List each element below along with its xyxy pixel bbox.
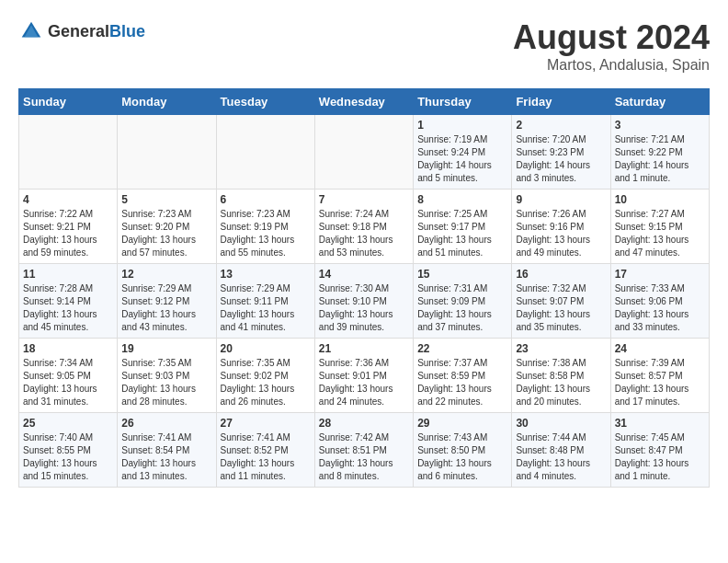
logo-text: GeneralBlue <box>48 22 145 41</box>
day-info: Sunrise: 7:29 AM Sunset: 9:11 PM Dayligh… <box>221 282 311 334</box>
day-cell: 2Sunrise: 7:20 AM Sunset: 9:23 PM Daylig… <box>512 115 610 190</box>
weekday-header-monday: Monday <box>118 89 216 115</box>
day-cell <box>118 115 216 190</box>
day-cell: 19Sunrise: 7:35 AM Sunset: 9:03 PM Dayli… <box>118 339 216 413</box>
day-number: 27 <box>221 417 311 430</box>
day-cell: 4Sunrise: 7:22 AM Sunset: 9:21 PM Daylig… <box>19 190 118 264</box>
day-info: Sunrise: 7:35 AM Sunset: 9:03 PM Dayligh… <box>121 357 211 408</box>
day-number: 26 <box>121 417 211 430</box>
day-cell: 3Sunrise: 7:21 AM Sunset: 9:22 PM Daylig… <box>610 115 709 190</box>
day-info: Sunrise: 7:24 AM Sunset: 9:18 PM Dayligh… <box>319 208 409 259</box>
day-cell: 12Sunrise: 7:29 AM Sunset: 9:12 PM Dayli… <box>118 264 216 339</box>
day-number: 13 <box>221 268 311 281</box>
day-cell: 30Sunrise: 7:44 AM Sunset: 8:48 PM Dayli… <box>512 413 610 488</box>
day-number: 8 <box>417 193 507 206</box>
day-info: Sunrise: 7:38 AM Sunset: 8:58 PM Dayligh… <box>516 357 606 408</box>
day-info: Sunrise: 7:30 AM Sunset: 9:10 PM Dayligh… <box>319 282 409 334</box>
day-info: Sunrise: 7:25 AM Sunset: 9:17 PM Dayligh… <box>417 208 507 259</box>
day-info: Sunrise: 7:45 AM Sunset: 8:47 PM Dayligh… <box>615 431 705 483</box>
logo: GeneralBlue <box>18 18 145 44</box>
day-number: 31 <box>615 417 705 430</box>
logo-blue: Blue <box>109 22 145 40</box>
weekday-header-thursday: Thursday <box>414 89 512 115</box>
day-info: Sunrise: 7:35 AM Sunset: 9:02 PM Dayligh… <box>221 357 311 408</box>
day-number: 23 <box>516 342 606 355</box>
day-cell: 18Sunrise: 7:34 AM Sunset: 9:05 PM Dayli… <box>19 339 118 413</box>
day-cell: 13Sunrise: 7:29 AM Sunset: 9:11 PM Dayli… <box>216 264 314 339</box>
weekday-header-wednesday: Wednesday <box>314 89 413 115</box>
day-number: 20 <box>221 342 311 355</box>
weekday-header-tuesday: Tuesday <box>216 89 314 115</box>
day-info: Sunrise: 7:32 AM Sunset: 9:07 PM Dayligh… <box>516 282 606 334</box>
day-cell: 20Sunrise: 7:35 AM Sunset: 9:02 PM Dayli… <box>216 339 314 413</box>
day-cell: 16Sunrise: 7:32 AM Sunset: 9:07 PM Dayli… <box>512 264 610 339</box>
calendar-table: SundayMondayTuesdayWednesdayThursdayFrid… <box>18 88 710 488</box>
day-cell <box>314 115 413 190</box>
day-cell: 26Sunrise: 7:41 AM Sunset: 8:54 PM Dayli… <box>118 413 216 488</box>
day-number: 30 <box>516 417 606 430</box>
day-info: Sunrise: 7:34 AM Sunset: 9:05 PM Dayligh… <box>23 357 113 408</box>
day-number: 5 <box>121 193 211 206</box>
day-cell: 5Sunrise: 7:23 AM Sunset: 9:20 PM Daylig… <box>118 190 216 264</box>
weekday-header-sunday: Sunday <box>19 89 118 115</box>
day-info: Sunrise: 7:23 AM Sunset: 9:20 PM Dayligh… <box>121 208 211 259</box>
day-number: 17 <box>615 268 705 281</box>
day-info: Sunrise: 7:37 AM Sunset: 8:59 PM Dayligh… <box>417 357 507 408</box>
day-cell <box>216 115 314 190</box>
week-row-3: 11Sunrise: 7:28 AM Sunset: 9:14 PM Dayli… <box>19 264 710 339</box>
day-info: Sunrise: 7:27 AM Sunset: 9:15 PM Dayligh… <box>615 208 705 259</box>
day-info: Sunrise: 7:21 AM Sunset: 9:22 PM Dayligh… <box>615 133 705 185</box>
weekday-header-friday: Friday <box>512 89 610 115</box>
day-number: 10 <box>615 193 705 206</box>
day-cell: 1Sunrise: 7:19 AM Sunset: 9:24 PM Daylig… <box>414 115 512 190</box>
day-number: 16 <box>516 268 606 281</box>
day-number: 15 <box>417 268 507 281</box>
day-number: 14 <box>319 268 409 281</box>
day-info: Sunrise: 7:28 AM Sunset: 9:14 PM Dayligh… <box>23 282 113 334</box>
day-number: 11 <box>23 268 113 281</box>
day-number: 9 <box>516 193 606 206</box>
day-info: Sunrise: 7:19 AM Sunset: 9:24 PM Dayligh… <box>417 133 507 185</box>
day-cell: 8Sunrise: 7:25 AM Sunset: 9:17 PM Daylig… <box>414 190 512 264</box>
day-info: Sunrise: 7:40 AM Sunset: 8:55 PM Dayligh… <box>23 431 113 483</box>
day-info: Sunrise: 7:33 AM Sunset: 9:06 PM Dayligh… <box>615 282 705 334</box>
day-cell <box>19 115 118 190</box>
day-info: Sunrise: 7:42 AM Sunset: 8:51 PM Dayligh… <box>319 431 409 483</box>
day-cell: 6Sunrise: 7:23 AM Sunset: 9:19 PM Daylig… <box>216 190 314 264</box>
day-number: 12 <box>121 268 211 281</box>
day-cell: 31Sunrise: 7:45 AM Sunset: 8:47 PM Dayli… <box>610 413 709 488</box>
day-number: 2 <box>516 119 606 132</box>
week-row-5: 25Sunrise: 7:40 AM Sunset: 8:55 PM Dayli… <box>19 413 710 488</box>
day-number: 18 <box>23 342 113 355</box>
week-row-1: 1Sunrise: 7:19 AM Sunset: 9:24 PM Daylig… <box>19 115 710 190</box>
day-cell: 25Sunrise: 7:40 AM Sunset: 8:55 PM Dayli… <box>19 413 118 488</box>
day-info: Sunrise: 7:41 AM Sunset: 8:52 PM Dayligh… <box>221 431 311 483</box>
day-number: 7 <box>319 193 409 206</box>
day-number: 28 <box>319 417 409 430</box>
day-info: Sunrise: 7:31 AM Sunset: 9:09 PM Dayligh… <box>417 282 507 334</box>
day-number: 22 <box>417 342 507 355</box>
day-cell: 24Sunrise: 7:39 AM Sunset: 8:57 PM Dayli… <box>610 339 709 413</box>
day-info: Sunrise: 7:39 AM Sunset: 8:57 PM Dayligh… <box>615 357 705 408</box>
day-cell: 27Sunrise: 7:41 AM Sunset: 8:52 PM Dayli… <box>216 413 314 488</box>
day-number: 6 <box>221 193 311 206</box>
day-number: 3 <box>615 119 705 132</box>
logo-icon <box>18 18 44 44</box>
day-info: Sunrise: 7:23 AM Sunset: 9:19 PM Dayligh… <box>221 208 311 259</box>
weekday-header-saturday: Saturday <box>610 89 709 115</box>
week-row-4: 18Sunrise: 7:34 AM Sunset: 9:05 PM Dayli… <box>19 339 710 413</box>
day-cell: 11Sunrise: 7:28 AM Sunset: 9:14 PM Dayli… <box>19 264 118 339</box>
day-number: 1 <box>417 119 507 132</box>
day-cell: 7Sunrise: 7:24 AM Sunset: 9:18 PM Daylig… <box>314 190 413 264</box>
day-info: Sunrise: 7:44 AM Sunset: 8:48 PM Dayligh… <box>516 431 606 483</box>
day-number: 4 <box>23 193 113 206</box>
day-info: Sunrise: 7:26 AM Sunset: 9:16 PM Dayligh… <box>516 208 606 259</box>
title-area: August 2024 Martos, Andalusia, Spain <box>513 18 710 74</box>
page-header: GeneralBlue August 2024 Martos, Andalusi… <box>18 18 710 74</box>
day-number: 21 <box>319 342 409 355</box>
day-cell: 29Sunrise: 7:43 AM Sunset: 8:50 PM Dayli… <box>414 413 512 488</box>
day-cell: 22Sunrise: 7:37 AM Sunset: 8:59 PM Dayli… <box>414 339 512 413</box>
day-number: 29 <box>417 417 507 430</box>
day-info: Sunrise: 7:43 AM Sunset: 8:50 PM Dayligh… <box>417 431 507 483</box>
day-cell: 17Sunrise: 7:33 AM Sunset: 9:06 PM Dayli… <box>610 264 709 339</box>
